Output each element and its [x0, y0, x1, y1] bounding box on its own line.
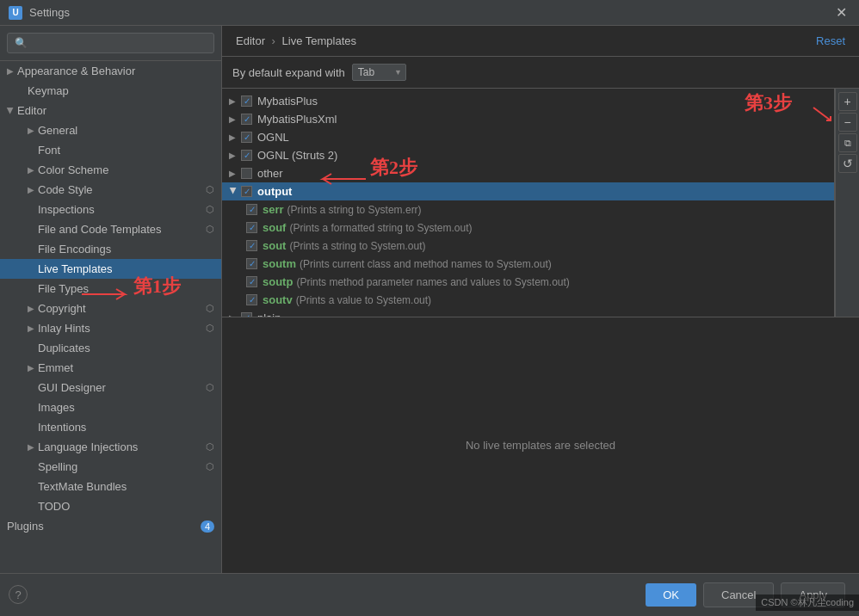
group-arrow: ▶ — [229, 169, 238, 178]
expand-arrow-editor: ▶ — [6, 108, 15, 114]
help-button[interactable]: ? — [9, 585, 28, 604]
sidebar-item-live-templates[interactable]: Live Templates — [0, 259, 221, 279]
item-checkbox[interactable] — [246, 294, 257, 305]
sidebar-item-emmet[interactable]: ▶ Emmet — [0, 358, 221, 378]
template-item-souf[interactable]: souf (Prints a formatted string to Syste… — [222, 219, 834, 237]
sidebar-item-textmate-bundles[interactable]: TextMate Bundles — [0, 477, 221, 496]
sidebar-item-color-scheme[interactable]: ▶ Color Scheme — [0, 160, 221, 180]
sidebar-item-inspections[interactable]: Inspections ⬡ — [0, 200, 221, 219]
remove-button[interactable]: − — [838, 113, 857, 132]
sidebar-item-images[interactable]: Images — [0, 397, 221, 417]
sidebar-item-label: Live Templates — [38, 262, 112, 275]
sidebar-item-label: TODO — [38, 500, 70, 513]
sync-icon: ⬡ — [206, 303, 214, 314]
sidebar-item-copyright[interactable]: ▶ Copyright ⬡ — [0, 299, 221, 318]
group-arrow: ▶ — [229, 313, 238, 317]
template-desc: (Prints a value to System.out) — [296, 294, 431, 306]
group-checkbox[interactable] — [241, 114, 252, 125]
group-arrow: ▶ — [229, 114, 238, 124]
group-checkbox[interactable] — [241, 312, 252, 317]
search-box — [0, 26, 221, 61]
search-input[interactable] — [7, 33, 214, 53]
template-group-header-other[interactable]: ▶ other — [222, 164, 834, 182]
sidebar-item-gui-designer[interactable]: GUI Designer ⬡ — [0, 378, 221, 397]
item-checkbox[interactable] — [246, 204, 257, 215]
template-item-serr[interactable]: serr (Prints a string to System.err) — [222, 200, 834, 219]
item-checkbox[interactable] — [246, 276, 257, 287]
template-group-other: ▶ other — [222, 164, 834, 182]
sidebar-item-editor[interactable]: ▶ Editor — [0, 101, 221, 120]
sidebar-item-label: Appearance & Behavior — [17, 65, 135, 77]
sidebar-item-code-style[interactable]: ▶ Code Style ⬡ — [0, 180, 221, 200]
template-group-header-ognl[interactable]: ▶ OGNL — [222, 128, 834, 146]
sidebar-item-file-code-templates[interactable]: File and Code Templates ⬡ — [0, 219, 221, 239]
reset-item-button[interactable]: ↺ — [838, 154, 857, 173]
content-body: By default expand with Tab Enter Space — [222, 57, 859, 573]
group-checkbox[interactable] — [241, 150, 252, 161]
template-item-soutm[interactable]: soutm (Prints current class and method n… — [222, 255, 834, 273]
sidebar-item-label: Intentions — [38, 421, 86, 434]
breadcrumb-parent: Editor — [236, 34, 265, 47]
template-group-header-mybatisplusxml[interactable]: ▶ MybatisPlusXml — [222, 110, 834, 128]
sidebar-item-file-types[interactable]: File Types — [0, 279, 221, 299]
template-group-header-ognl-struts[interactable]: ▶ OGNL (Struts 2) — [222, 146, 834, 164]
ok-button[interactable]: OK — [646, 583, 696, 607]
template-group-header-plain[interactable]: ▶ plain — [222, 309, 834, 317]
template-group-output: ▶ output serr (Prints a string to System… — [222, 182, 834, 309]
template-item-sout[interactable]: sout (Prints a string to System.out) — [222, 237, 834, 255]
content-area: Editor › Live Templates Reset By default… — [222, 26, 859, 573]
group-name: OGNL (Struts 2) — [257, 149, 337, 162]
group-name-output: output — [257, 185, 292, 198]
item-checkbox[interactable] — [246, 240, 257, 251]
plugins-badge: 4 — [201, 521, 214, 533]
reset-button[interactable]: Reset — [816, 34, 845, 47]
item-checkbox[interactable] — [246, 258, 257, 269]
item-checkbox[interactable] — [246, 222, 257, 233]
template-group-header-output[interactable]: ▶ output — [222, 182, 834, 200]
template-desc: (Prints method parameter names and value… — [296, 276, 569, 288]
sidebar-item-label: Emmet — [38, 361, 73, 374]
expand-arrow-emmet: ▶ — [28, 363, 34, 373]
group-checkbox[interactable] — [241, 95, 252, 107]
sidebar-item-general[interactable]: ▶ General — [0, 120, 221, 140]
sidebar-item-plugins[interactable]: Plugins 4 — [0, 516, 221, 536]
template-group-header-mybatisplus[interactable]: ▶ MybatisPlus — [222, 92, 834, 110]
sidebar-item-label: Spelling — [38, 460, 77, 473]
template-item-soutp[interactable]: soutp (Prints method parameter names and… — [222, 273, 834, 291]
template-abbr: soutm — [263, 257, 296, 270]
template-item-soutv[interactable]: soutv (Prints a value to System.out) — [222, 291, 834, 309]
breadcrumb-current: Live Templates — [282, 34, 356, 47]
close-button[interactable]: ✕ — [832, 4, 850, 21]
add-button[interactable]: + — [838, 92, 857, 111]
group-name: other — [257, 167, 283, 180]
sidebar-item-keymap[interactable]: Keymap — [0, 81, 221, 101]
group-name: MybatisPlus — [257, 95, 318, 108]
sidebar-item-file-encodings[interactable]: File Encodings — [0, 239, 221, 259]
sidebar-item-inlay-hints[interactable]: ▶ Inlay Hints ⬡ — [0, 318, 221, 338]
sidebar-item-language-injections[interactable]: ▶ Language Injections ⬡ — [0, 437, 221, 457]
sidebar-item-spelling[interactable]: Spelling ⬡ — [0, 457, 221, 477]
expand-arrow-copyright: ▶ — [28, 304, 34, 313]
group-checkbox[interactable] — [241, 132, 252, 143]
sidebar-item-intentions[interactable]: Intentions — [0, 417, 221, 437]
group-checkbox-output[interactable] — [241, 186, 252, 197]
main-container: ▶ Appearance & Behavior Keymap ▶ Editor … — [0, 26, 859, 573]
sidebar-item-label: Plugins — [7, 520, 44, 533]
group-checkbox[interactable] — [241, 168, 252, 179]
template-group-mybatisplusxml: ▶ MybatisPlusXml — [222, 110, 834, 128]
expand-label: By default expand with — [232, 66, 345, 79]
sidebar-item-label: Duplicates — [38, 342, 90, 354]
sidebar-item-duplicates[interactable]: Duplicates — [0, 338, 221, 358]
sidebar-item-label: Inlay Hints — [38, 322, 90, 335]
sidebar-item-font[interactable]: Font — [0, 140, 221, 160]
title-bar: U Settings ✕ — [0, 0, 859, 26]
watermark: CSDN ©林凡尘coding — [756, 594, 859, 611]
sidebar: ▶ Appearance & Behavior Keymap ▶ Editor … — [0, 26, 222, 573]
expand-arrow-codestyle: ▶ — [28, 185, 34, 194]
sidebar-item-todo[interactable]: TODO — [0, 496, 221, 516]
sidebar-item-appearance[interactable]: ▶ Appearance & Behavior — [0, 61, 221, 81]
copy-button[interactable]: ⧉ — [838, 133, 857, 152]
sync-icon: ⬡ — [206, 224, 214, 235]
template-list: ▶ MybatisPlus ▶ — [222, 89, 834, 317]
expand-select[interactable]: Tab Enter Space — [352, 64, 406, 81]
